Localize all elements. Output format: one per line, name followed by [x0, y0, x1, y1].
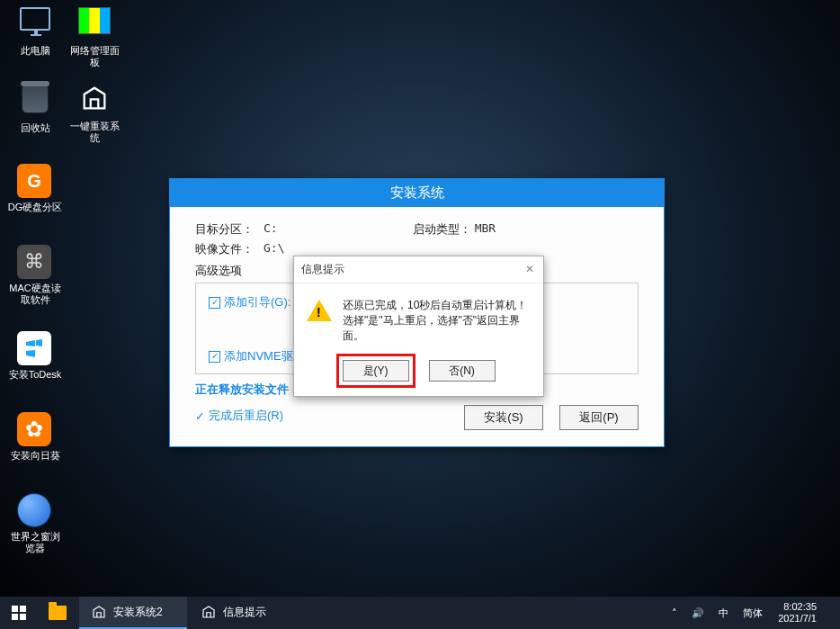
desktop-label: 世界之窗浏览器	[7, 531, 63, 554]
windows-icon	[12, 606, 26, 620]
close-icon[interactable]: ✕	[523, 264, 536, 276]
ime-mode[interactable]: 简体	[740, 607, 765, 620]
checkmark-icon: ✓	[209, 351, 220, 363]
desktop-icon-pc[interactable]: 此电脑	[7, 4, 63, 57]
desktop-icon-onekey[interactable]: 一键重装系统	[67, 83, 122, 144]
desktop-icon-dg[interactable]: G DG硬盘分区	[7, 164, 63, 213]
pc-icon	[20, 7, 50, 31]
dialog-titlebar[interactable]: 信息提示 ✕	[294, 256, 543, 283]
sunflower-icon: ✿	[17, 412, 51, 446]
installer-title: 安装系统	[170, 179, 664, 207]
install-button[interactable]: 安装(S)	[464, 405, 543, 430]
checkbox-restart[interactable]: ✓ 完成后重启(R)	[195, 408, 283, 424]
dialog-title: 信息提示	[301, 262, 344, 277]
dialog-line: 还原已完成，10秒后自动重启计算机！	[343, 298, 531, 313]
tray-sound-icon[interactable]: 🔊	[689, 607, 707, 619]
boot-value: MBR	[475, 221, 496, 238]
desktop-label: 回收站	[7, 122, 63, 134]
tray-time: 8:02:35	[778, 601, 817, 613]
globe-icon	[17, 493, 51, 527]
checkmark-icon: ✓	[209, 297, 220, 309]
checkbox-add-boot[interactable]: ✓ 添加引导(G):	[209, 292, 290, 312]
netpanel-icon	[78, 7, 111, 34]
target-value: C:	[264, 221, 278, 238]
target-label: 目标分区：	[195, 221, 264, 238]
desktop-label: 一键重装系统	[67, 121, 122, 144]
back-button[interactable]: 返回(P)	[559, 405, 639, 430]
checkmark-icon: ✓	[195, 409, 205, 423]
desktop-label: 安装向日葵	[7, 450, 63, 462]
mac-icon: ⌘	[17, 245, 51, 279]
dg-icon: G	[17, 164, 51, 198]
taskbar-app-label: 信息提示	[223, 605, 266, 620]
dialog-line: 选择"是"马上重启，选择"否"返回主界面。	[343, 313, 531, 344]
tray-date: 2021/7/1	[778, 613, 817, 625]
desktop-label: DG硬盘分区	[7, 202, 63, 213]
taskbar-explorer[interactable]	[38, 597, 77, 629]
taskbar-app-label: 安装系统2	[113, 605, 163, 620]
trash-icon	[22, 85, 49, 113]
start-button[interactable]	[0, 597, 38, 629]
tray-chevron-icon[interactable]: ˄	[669, 607, 680, 619]
tray-clock[interactable]: 8:02:35 2021/7/1	[774, 598, 822, 628]
system-tray: ˄ 🔊 中 简体 8:02:35 2021/7/1	[660, 597, 840, 629]
image-label: 映像文件：	[195, 241, 264, 257]
no-button[interactable]: 否(N)	[429, 360, 496, 382]
dialog-message: 还原已完成，10秒后自动重启计算机！ 选择"是"马上重启，选择"否"返回主界面。	[343, 298, 531, 344]
warning-icon	[307, 300, 332, 321]
taskbar: 安装系统2 信息提示 ˄ 🔊 中 简体 8:02:35 2021/7/1	[0, 597, 840, 629]
checkbox-label: 完成后重启(R)	[209, 408, 283, 424]
taskbar-app-installer[interactable]: 安装系统2	[79, 597, 187, 629]
desktop-icon-todesk[interactable]: 安装ToDesk	[7, 331, 63, 381]
checkbox-label: 添加引导(G):	[224, 294, 290, 310]
boot-label: 启动类型：	[413, 221, 471, 238]
app-icon	[200, 603, 218, 621]
desktop-icon-mac[interactable]: ⌘ MAC硬盘读取软件	[7, 245, 63, 306]
todesk-icon	[17, 331, 51, 365]
ime-indicator[interactable]: 中	[716, 607, 731, 620]
desktop-label: MAC硬盘读取软件	[7, 283, 63, 306]
folder-icon	[49, 606, 67, 620]
onekey-icon	[76, 83, 112, 119]
checkbox-label: 添加NVME驱	[224, 348, 293, 364]
desktop-icon-sunflower[interactable]: ✿ 安装向日葵	[7, 412, 63, 462]
desktop-icon-recycle[interactable]: 回收站	[7, 83, 63, 134]
desktop-label: 安装ToDesk	[7, 369, 63, 381]
taskbar-app-msgbox[interactable]: 信息提示	[189, 597, 297, 629]
desktop-label: 网络管理面板	[67, 45, 122, 68]
image-value: G:\	[264, 241, 284, 257]
yes-button[interactable]: 是(Y)	[343, 360, 409, 382]
desktop-label: 此电脑	[7, 45, 63, 57]
message-dialog: 信息提示 ✕ 还原已完成，10秒后自动重启计算机！ 选择"是"马上重启，选择"否…	[293, 256, 544, 397]
app-icon	[90, 603, 108, 621]
desktop-icon-netpanel[interactable]: 网络管理面板	[67, 4, 122, 68]
desktop-icon-browser[interactable]: 世界之窗浏览器	[7, 493, 63, 554]
